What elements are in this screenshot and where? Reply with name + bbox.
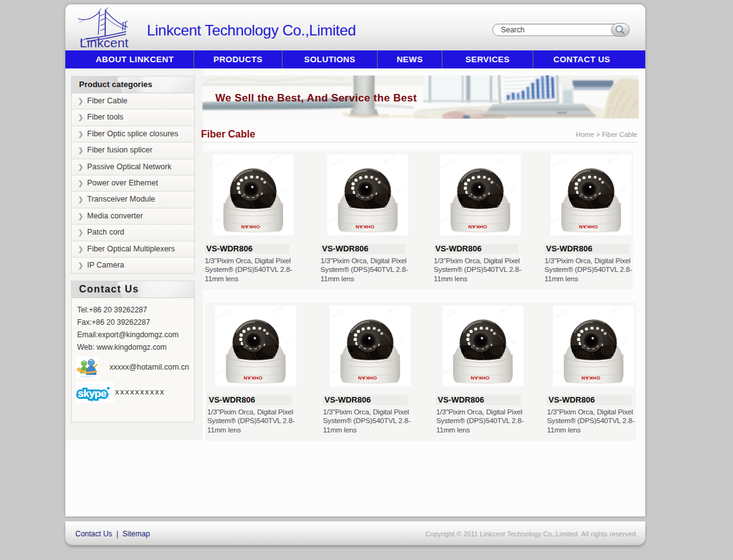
svg-text:skype: skype <box>78 388 106 399</box>
svg-text:Linkcent: Linkcent <box>80 35 128 50</box>
svg-text:We Sell the Best, And Service: We Sell the Best, And Service the Best <box>215 92 417 104</box>
